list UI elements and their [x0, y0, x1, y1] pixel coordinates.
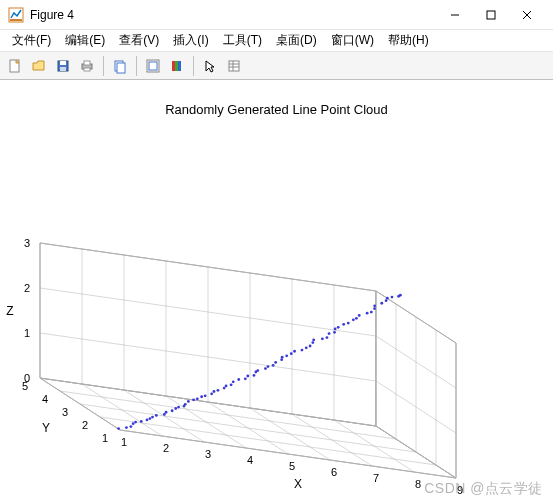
svg-point-135 — [373, 304, 376, 307]
svg-point-106 — [256, 369, 259, 372]
svg-point-72 — [117, 427, 120, 430]
svg-point-137 — [385, 299, 388, 302]
svg-rect-19 — [178, 61, 181, 71]
svg-point-109 — [272, 364, 275, 367]
svg-point-119 — [311, 341, 314, 344]
svg-rect-16 — [149, 62, 157, 70]
svg-point-113 — [285, 354, 288, 357]
svg-text:3: 3 — [24, 237, 30, 249]
svg-point-100 — [232, 380, 235, 383]
open-button[interactable] — [28, 55, 50, 77]
svg-point-74 — [130, 425, 133, 428]
svg-text:1: 1 — [102, 432, 108, 444]
svg-rect-18 — [175, 61, 178, 71]
svg-point-118 — [309, 345, 312, 348]
colorbar-button[interactable] — [166, 55, 188, 77]
save-button[interactable] — [52, 55, 74, 77]
toolbar — [0, 52, 553, 80]
menu-help[interactable]: 帮助(H) — [382, 30, 435, 51]
svg-point-134 — [373, 307, 376, 310]
svg-point-81 — [155, 414, 158, 417]
new-figure-button[interactable] — [4, 55, 26, 77]
svg-point-93 — [204, 394, 207, 397]
svg-rect-12 — [84, 68, 90, 71]
svg-rect-1 — [10, 19, 22, 21]
svg-point-131 — [358, 314, 361, 317]
svg-point-82 — [163, 413, 166, 416]
z-axis-label: Z — [6, 304, 13, 318]
pointer-button[interactable] — [199, 55, 221, 77]
svg-point-98 — [225, 385, 228, 388]
svg-rect-3 — [487, 11, 495, 19]
svg-point-110 — [274, 361, 277, 364]
svg-point-138 — [386, 297, 389, 300]
svg-point-139 — [391, 296, 394, 299]
svg-text:3: 3 — [205, 448, 211, 460]
menu-window[interactable]: 窗口(W) — [325, 30, 380, 51]
svg-point-126 — [337, 326, 340, 329]
svg-text:1: 1 — [24, 327, 30, 339]
svg-point-101 — [237, 378, 240, 381]
window-title: Figure 4 — [30, 8, 437, 22]
svg-text:5: 5 — [289, 460, 295, 472]
svg-point-132 — [366, 312, 369, 315]
svg-point-121 — [321, 337, 324, 340]
svg-point-103 — [246, 375, 249, 378]
svg-text:8: 8 — [415, 478, 421, 490]
svg-point-86 — [177, 406, 180, 409]
svg-point-133 — [370, 311, 373, 314]
menu-tools[interactable]: 工具(T) — [217, 30, 268, 51]
svg-point-92 — [200, 395, 203, 398]
svg-point-85 — [174, 407, 177, 410]
svg-text:2: 2 — [24, 282, 30, 294]
svg-point-120 — [312, 338, 315, 341]
svg-point-89 — [187, 400, 190, 403]
svg-point-128 — [347, 322, 350, 325]
menu-edit[interactable]: 编辑(E) — [59, 30, 111, 51]
svg-point-125 — [334, 328, 337, 331]
svg-text:2: 2 — [163, 442, 169, 454]
svg-point-94 — [210, 392, 213, 395]
svg-point-104 — [253, 374, 256, 377]
watermark-text: CSDN @点云学徒 — [424, 480, 543, 498]
svg-point-111 — [280, 358, 283, 361]
svg-point-96 — [217, 389, 220, 392]
svg-point-117 — [305, 346, 308, 349]
svg-point-73 — [125, 426, 128, 429]
menu-file[interactable]: 文件(F) — [6, 30, 57, 51]
print-button[interactable] — [76, 55, 98, 77]
app-icon — [8, 7, 24, 23]
svg-point-75 — [132, 422, 135, 425]
copy-button[interactable] — [109, 55, 131, 77]
svg-text:0: 0 — [24, 372, 30, 384]
svg-point-91 — [196, 397, 199, 400]
svg-point-84 — [171, 409, 174, 412]
svg-point-108 — [267, 365, 270, 368]
rotate3d-button[interactable] — [223, 55, 245, 77]
svg-point-112 — [281, 356, 284, 359]
svg-point-83 — [165, 411, 168, 414]
toolbar-separator — [136, 56, 137, 76]
data-cursor-button[interactable] — [142, 55, 164, 77]
svg-point-123 — [328, 332, 331, 335]
svg-text:6: 6 — [331, 466, 337, 478]
svg-rect-17 — [172, 61, 175, 71]
close-button[interactable] — [509, 1, 545, 29]
menu-view[interactable]: 查看(V) — [113, 30, 165, 51]
minimize-button[interactable] — [437, 1, 473, 29]
maximize-button[interactable] — [473, 1, 509, 29]
svg-point-99 — [230, 383, 233, 386]
svg-point-78 — [146, 418, 149, 421]
window-titlebar: Figure 4 — [0, 0, 553, 30]
menu-desktop[interactable]: 桌面(D) — [270, 30, 323, 51]
menu-insert[interactable]: 插入(I) — [167, 30, 214, 51]
svg-rect-9 — [60, 67, 66, 71]
axes-area[interactable]: Randomly Generated Line Point Cloud 1234… — [0, 80, 553, 504]
svg-point-90 — [192, 398, 195, 401]
svg-point-102 — [244, 377, 247, 380]
svg-text:2: 2 — [82, 419, 88, 431]
svg-text:7: 7 — [373, 472, 379, 484]
svg-point-114 — [290, 352, 293, 355]
svg-text:4: 4 — [42, 393, 48, 405]
menu-bar: 文件(F) 编辑(E) 查看(V) 插入(I) 工具(T) 桌面(D) 窗口(W… — [0, 30, 553, 52]
